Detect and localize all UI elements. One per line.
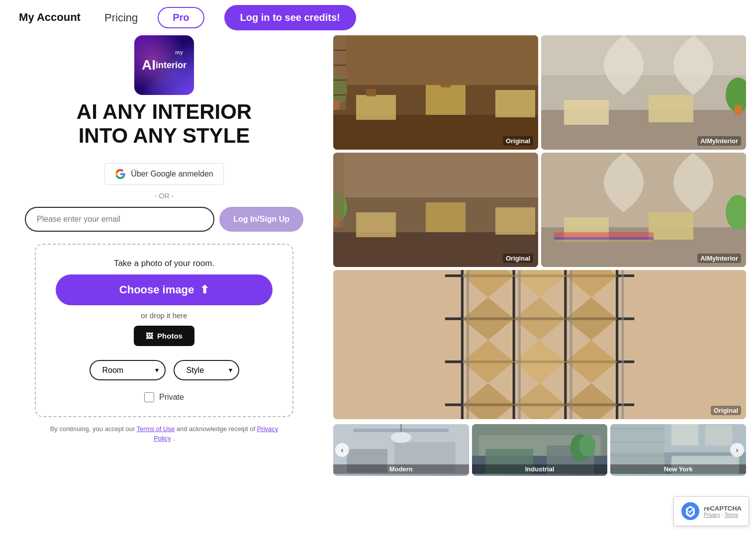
gallery-svg-single: [333, 270, 746, 419]
google-signin-button[interactable]: Über Google anmelden: [104, 163, 223, 185]
gallery-image-original-2: Original: [333, 153, 538, 267]
recaptcha-logo-icon: [681, 502, 700, 521]
google-icon: [115, 169, 126, 179]
main-layout: my AI interior AI ANY INTERIOR INTO ANY …: [0, 35, 756, 476]
thumb-arrow-right[interactable]: ›: [730, 443, 744, 457]
left-panel: my AI interior AI ANY INTERIOR INTO ANY …: [0, 35, 328, 476]
login-signup-button[interactable]: Log In/Sign Up: [219, 207, 303, 232]
or-divider: - OR -: [155, 192, 174, 200]
gallery-svg-4: [541, 153, 746, 267]
thumb-label-industrial: Industrial: [472, 464, 608, 474]
thumb-arrow-left[interactable]: ‹: [335, 443, 349, 457]
pricing-link[interactable]: Pricing: [104, 11, 138, 24]
svg-rect-26: [426, 202, 466, 232]
image-label-ai-1: AIMyInterior: [697, 136, 741, 146]
gallery-svg-2: [541, 35, 746, 150]
room-dropdown-wrapper: Room Living Room Bedroom Kitchen: [90, 360, 166, 380]
svg-rect-2: [333, 35, 538, 85]
header: My Account Pricing Pro Log in to see cre…: [0, 0, 756, 35]
gallery-middle-row: Original AIMyInterior: [333, 153, 746, 267]
image-label-single: Original: [711, 406, 741, 415]
svg-rect-86: [705, 425, 733, 445]
svg-rect-60: [467, 270, 469, 419]
thumbnail-row: ‹ Modern: [333, 424, 746, 476]
svg-point-76: [579, 435, 595, 456]
svg-rect-37: [554, 240, 654, 242]
svg-rect-4: [426, 85, 466, 115]
image-label-original-1: Original: [503, 136, 533, 146]
upload-icon: ⬆: [200, 283, 209, 296]
svg-rect-5: [495, 90, 535, 117]
svg-rect-62: [570, 270, 572, 419]
image-label-original-2: Original: [503, 254, 533, 263]
image-label-ai-2: AIMyInterior: [697, 254, 741, 263]
svg-rect-34: [649, 212, 693, 240]
logo-my-text: my: [175, 49, 183, 55]
private-row: Private: [144, 392, 184, 402]
thumbnail-newyork[interactable]: New York ›: [610, 424, 746, 476]
photos-icon: 🖼: [146, 332, 153, 340]
private-label: Private: [159, 393, 184, 402]
email-input[interactable]: [25, 207, 214, 232]
svg-rect-17: [541, 35, 746, 75]
style-dropdown[interactable]: Style Modern Industrial New York: [174, 360, 239, 380]
thumb-label-modern: Modern: [333, 464, 469, 474]
svg-rect-61: [518, 270, 521, 419]
private-checkbox[interactable]: [144, 392, 154, 402]
svg-rect-18: [564, 100, 609, 125]
svg-rect-10: [333, 35, 346, 110]
upload-dropzone: Take a photo of your room. Choose image …: [35, 244, 293, 417]
svg-rect-85: [671, 424, 699, 445]
recaptcha-badge: reCAPTCHA Privacy - Terms: [673, 496, 749, 526]
gallery-top-row: Original AIMyInteri: [333, 35, 746, 150]
thumb-label-newyork: New York: [610, 464, 746, 474]
thumbnail-modern[interactable]: ‹ Modern: [333, 424, 469, 476]
svg-rect-19: [649, 95, 693, 122]
thumbnail-industrial[interactable]: Industrial: [472, 424, 608, 476]
svg-rect-21: [735, 105, 742, 115]
svg-rect-7: [441, 80, 451, 88]
pro-badge-button[interactable]: Pro: [158, 7, 204, 28]
choose-image-button[interactable]: Choose image ⬆: [56, 274, 273, 305]
gallery-svg-3: [333, 153, 538, 267]
gallery-single-image: Original: [333, 270, 746, 419]
logo-interior-text: interior: [156, 60, 187, 71]
terms-of-use-link[interactable]: Terms of Use: [137, 425, 175, 433]
google-label: Über Google anmelden: [131, 170, 213, 178]
gallery-svg-1: [333, 35, 538, 150]
svg-rect-3: [356, 95, 396, 120]
svg-rect-30: [333, 153, 344, 227]
login-credits-button[interactable]: Log in to see credits!: [224, 5, 356, 30]
gallery-image-ai-2: AIMyInterior: [541, 153, 746, 267]
logo-ai-text: AI: [142, 57, 156, 73]
room-dropdown[interactable]: Room Living Room Bedroom Kitchen: [90, 360, 166, 380]
recaptcha-terms-link[interactable]: Terms: [725, 512, 738, 518]
main-headline: AI ANY INTERIOR INTO ANY STYLE: [77, 100, 252, 148]
svg-rect-63: [621, 270, 624, 419]
svg-point-69: [391, 432, 411, 443]
svg-rect-25: [356, 212, 396, 237]
dropdowns-row: Room Living Room Bedroom Kitchen Style M…: [90, 360, 239, 380]
style-dropdown-wrapper: Style Modern Industrial New York: [174, 360, 239, 380]
upload-title: Take a photo of your room.: [114, 259, 214, 268]
right-panel: Original AIMyInteri: [328, 35, 756, 476]
my-account-link[interactable]: My Account: [15, 11, 85, 24]
recaptcha-text: reCAPTCHA Privacy - Terms: [704, 505, 742, 518]
terms-text: By continuing, you accept our Terms of U…: [45, 424, 284, 444]
app-logo: my AI interior: [134, 35, 194, 95]
drop-text: or drop it here: [141, 311, 187, 320]
recaptcha-privacy-link[interactable]: Privacy: [704, 512, 720, 518]
gallery-image-original-1: Original: [333, 35, 538, 150]
photos-button[interactable]: 🖼 Photos: [134, 326, 194, 346]
gallery-image-ai-1: AIMyInterior: [541, 35, 746, 150]
email-row: Log In/Sign Up: [25, 207, 303, 232]
svg-rect-27: [495, 207, 535, 235]
svg-rect-6: [366, 89, 376, 96]
svg-rect-24: [333, 153, 538, 197]
